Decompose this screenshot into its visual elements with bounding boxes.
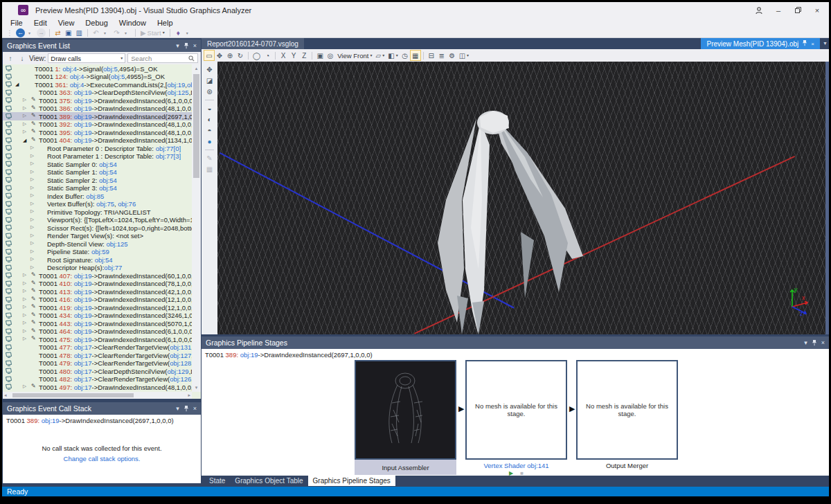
view-preset-left[interactable]: ◐ — [204, 115, 215, 124]
scroll-left-icon[interactable]: ◂ — [4, 393, 7, 398]
event-row[interactable]: ▷✎T0001 413: obj:19->DrawIndexedInstance… — [3, 287, 201, 296]
menu-file[interactable]: File — [5, 19, 28, 27]
shading-mode-dropdown[interactable]: ◧▾ — [386, 51, 399, 60]
expand-arrow-icon[interactable]: ▷ — [30, 145, 34, 150]
scale-widget[interactable]: ◪ — [204, 76, 215, 85]
camera-icon[interactable]: ▣ — [315, 51, 325, 60]
toolbar-grip[interactable]: ⋮ — [5, 28, 15, 37]
expand-arrow-icon[interactable]: ▷ — [30, 217, 34, 222]
event-row[interactable]: ▷✎T0001 410: obj:19->DrawIndexedInstance… — [3, 280, 201, 288]
expand-arrow-icon[interactable]: ▷ — [23, 289, 26, 294]
close-button[interactable]: × — [812, 6, 822, 15]
diagnostics-icon[interactable]: ♦ — [174, 28, 183, 37]
expand-arrow-icon[interactable]: ▷ — [23, 98, 26, 102]
event-row[interactable]: ▷✎T0001 386: obj:19->DrawIndexedInstance… — [3, 105, 201, 113]
expand-arrow-icon[interactable]: ▷ — [23, 384, 26, 389]
horizontal-scrollbar[interactable]: ◂ ▸ — [3, 392, 192, 399]
event-row[interactable]: ▷✎T0001 419: obj:19->DrawIndexedInstance… — [3, 303, 201, 312]
save-all-icon[interactable]: ▥ — [74, 28, 83, 37]
collapse-arrow-icon[interactable]: ◢ — [23, 138, 26, 143]
toolbar-overflow-caret[interactable]: ▾ — [184, 28, 193, 37]
pin-icon[interactable] — [184, 405, 189, 412]
expand-arrow-icon[interactable]: ▷ — [23, 321, 26, 325]
event-row[interactable]: ▷✎T0001 464: obj:19->DrawIndexedInstance… — [3, 327, 201, 336]
view-preset-active[interactable]: ● — [204, 137, 215, 146]
view-preset-bottom[interactable]: ◒ — [204, 104, 215, 113]
orbit-tool[interactable]: ↻ — [235, 51, 245, 60]
document-tab[interactable]: Report20160124-0707.vsglog — [202, 38, 304, 49]
close-icon[interactable]: × — [193, 42, 197, 49]
undo-icon[interactable]: ↶ — [91, 28, 100, 37]
animation-icon[interactable]: ◷ — [400, 51, 410, 60]
event-row[interactable]: T0001 478: obj:17->ClearRenderTargetView… — [3, 351, 201, 359]
event-row[interactable]: ▷✎T0001 434: obj:19->DrawIndexedInstance… — [3, 312, 201, 320]
expand-arrow-icon[interactable]: ▷ — [30, 201, 34, 206]
event-row[interactable]: ▷Pipeline State: obj:59 — [3, 248, 201, 256]
scroll-right-icon[interactable]: ▸ — [188, 393, 190, 398]
pan-tool[interactable]: ✥ — [215, 51, 224, 60]
event-row[interactable]: ▷Descriptor Heap(s):obj:77 — [3, 264, 201, 272]
event-row[interactable]: ◢✎T0001 404: obj:19->DrawIndexedInstance… — [3, 136, 201, 145]
view-preset-top[interactable]: ◓ — [204, 126, 215, 135]
projection-dropdown[interactable]: ▱▾ — [374, 51, 386, 60]
event-row[interactable]: ▷Static Sampler 1: obj:54 — [3, 168, 201, 177]
event-row[interactable]: ▷✎T0001 497: obj:17->DrawIndexedInstance… — [3, 383, 201, 391]
restore-button[interactable] — [793, 6, 803, 15]
expand-arrow-icon[interactable]: ▷ — [23, 329, 26, 334]
expand-arrow-icon[interactable]: ▷ — [30, 161, 34, 166]
event-row[interactable]: T0001 1: obj:4->Signal(obj:5,4954)=S_OK — [3, 64, 201, 73]
previous-event-button[interactable]: ↑ — [6, 53, 15, 63]
scroll-down-icon[interactable]: ▾ — [192, 385, 201, 390]
expand-arrow-icon[interactable]: ▷ — [30, 154, 34, 159]
event-row[interactable]: ▷✎T0001 392: obj:19->DrawIndexedInstance… — [3, 120, 201, 129]
redo-caret[interactable]: ▾ — [123, 28, 132, 37]
event-row[interactable]: T0001 480: obj:17->ClearDepthStencilView… — [3, 367, 201, 375]
translate-widget[interactable]: ✥ — [204, 65, 215, 74]
event-row[interactable]: T0001 363: obj:19->ClearDepthStencilView… — [3, 89, 201, 97]
event-row[interactable]: ▷✎T0001 416: obj:19->DrawIndexedInstance… — [3, 296, 201, 304]
input-assembler-label[interactable]: Input Assembler — [355, 460, 456, 475]
expand-arrow-icon[interactable]: ▷ — [30, 186, 34, 190]
rotate-z-axis[interactable]: Z — [299, 51, 309, 60]
expand-arrow-icon[interactable]: ▷ — [23, 313, 26, 318]
viewport-layout-dropdown[interactable]: ◫▾ — [458, 51, 470, 60]
tab-graphics-pipeline-stages[interactable]: Graphics Pipeline Stages — [308, 476, 395, 486]
expand-arrow-icon[interactable]: ▷ — [23, 122, 26, 127]
grid-toggle[interactable]: ▦ — [411, 51, 420, 60]
event-row[interactable]: ▷Depth-Stencil View: obj:125 — [3, 240, 201, 248]
grid-tool-disabled[interactable]: ▦ — [204, 165, 215, 174]
tab-overflow-caret-icon[interactable]: ▼ — [823, 41, 828, 46]
event-row[interactable]: ▷Render Target View(s): <not set> — [3, 232, 201, 240]
expand-arrow-icon[interactable]: ▷ — [23, 281, 26, 286]
event-row[interactable]: T0001 124: obj:4->Signal(obj:5,4955)=S_O… — [3, 73, 201, 81]
event-row[interactable]: ▷Index Buffer: obj:85 — [3, 192, 201, 200]
document-tab[interactable]: Preview Mesh(PID 13904).obj× — [701, 38, 820, 49]
window-position-caret-icon[interactable]: ▾ — [804, 339, 807, 346]
expand-arrow-icon[interactable]: ▷ — [30, 177, 34, 182]
world-axes-icon[interactable]: ◎ — [325, 51, 335, 60]
event-row[interactable]: ▷Static Sampler 0: obj:54 — [3, 160, 201, 168]
save-icon[interactable]: ▣ — [64, 28, 73, 37]
next-event-button[interactable]: ↓ — [17, 53, 27, 63]
expand-arrow-icon[interactable]: ▷ — [30, 241, 34, 246]
event-row[interactable]: ▷Vertex Buffer(s): obj:75, obj:76 — [3, 200, 201, 208]
edit-tool-disabled[interactable]: ✎ — [204, 154, 215, 163]
call-stack-options-link[interactable]: Change call stack options. — [3, 455, 201, 462]
event-row[interactable]: ▷Root Signature: obj:54 — [3, 255, 201, 264]
expand-arrow-icon[interactable]: ▷ — [23, 129, 26, 134]
navigate-forward-button[interactable]: → — [37, 28, 46, 37]
event-row[interactable]: ▷Scissor Rect(s): {[left=1024,top=0,righ… — [3, 224, 201, 232]
viewport-3d-canvas[interactable]: y x z — [217, 62, 825, 334]
expand-arrow-icon[interactable]: ▷ — [23, 106, 26, 111]
measure-icon[interactable]: ⊟ — [427, 51, 436, 60]
search-input[interactable]: Search — [127, 53, 198, 63]
event-row[interactable]: ▷Static Sampler 3: obj:54 — [3, 184, 201, 192]
expand-arrow-icon[interactable]: ▷ — [30, 249, 34, 254]
close-icon[interactable]: × — [821, 339, 825, 346]
feedback-icon[interactable] — [754, 6, 764, 15]
event-row[interactable]: ▷✎T0001 407: obj:19->DrawIndexedInstance… — [3, 271, 201, 280]
scrollbar-thumb[interactable] — [12, 393, 134, 397]
event-row[interactable]: ◢T0001 361: obj:4->ExecuteCommandLists(2… — [3, 80, 201, 89]
expand-arrow-icon[interactable]: ▷ — [30, 257, 34, 262]
expand-arrow-icon[interactable]: ▷ — [23, 297, 26, 302]
